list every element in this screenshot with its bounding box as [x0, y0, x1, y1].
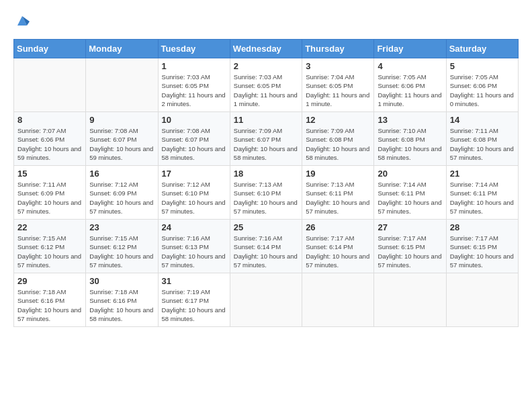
- calendar-cell: 24Sunrise: 7:16 AMSunset: 6:13 PMDayligh…: [158, 220, 230, 273]
- calendar-cell: 23Sunrise: 7:15 AMSunset: 6:12 PMDayligh…: [86, 220, 158, 273]
- day-number: 15: [17, 169, 82, 179]
- header-cell-tuesday: Tuesday: [158, 40, 230, 58]
- calendar-cell: 26Sunrise: 7:17 AMSunset: 6:14 PMDayligh…: [302, 220, 374, 273]
- day-number: 20: [378, 169, 442, 179]
- day-number: 2: [234, 61, 298, 71]
- calendar-cell: 12Sunrise: 7:09 AMSunset: 6:08 PMDayligh…: [302, 112, 374, 166]
- header-cell-thursday: Thursday: [302, 40, 374, 58]
- day-info: Sunrise: 7:14 AMSunset: 6:11 PMDaylight:…: [450, 180, 515, 216]
- day-number: 28: [450, 222, 515, 232]
- day-number: 17: [162, 169, 226, 179]
- calendar-cell: 28Sunrise: 7:17 AMSunset: 6:15 PMDayligh…: [446, 220, 518, 273]
- day-number: 11: [234, 115, 298, 125]
- day-info: Sunrise: 7:17 AMSunset: 6:15 PMDaylight:…: [450, 234, 515, 269]
- day-info: Sunrise: 7:09 AMSunset: 6:08 PMDaylight:…: [306, 126, 370, 162]
- day-info: Sunrise: 7:17 AMSunset: 6:15 PMDaylight:…: [378, 234, 442, 269]
- day-number: 27: [378, 222, 442, 232]
- day-number: 23: [89, 222, 154, 232]
- header-cell-friday: Friday: [374, 40, 446, 58]
- day-number: 13: [378, 115, 442, 125]
- week-row-2: 8Sunrise: 7:07 AMSunset: 6:06 PMDaylight…: [14, 112, 519, 166]
- calendar-cell: 30Sunrise: 7:18 AMSunset: 6:16 PMDayligh…: [86, 273, 158, 327]
- day-info: Sunrise: 7:15 AMSunset: 6:12 PMDaylight:…: [17, 234, 82, 269]
- day-info: Sunrise: 7:09 AMSunset: 6:07 PMDaylight:…: [234, 126, 298, 162]
- day-info: Sunrise: 7:12 AMSunset: 6:09 PMDaylight:…: [89, 180, 154, 216]
- header-cell-wednesday: Wednesday: [230, 40, 302, 58]
- day-info: Sunrise: 7:12 AMSunset: 6:10 PMDaylight:…: [162, 180, 226, 216]
- day-info: Sunrise: 7:03 AMSunset: 6:05 PMDaylight:…: [234, 73, 298, 108]
- day-number: 12: [306, 115, 370, 125]
- calendar-cell: 20Sunrise: 7:14 AMSunset: 6:11 PMDayligh…: [374, 166, 446, 220]
- calendar-cell: 31Sunrise: 7:19 AMSunset: 6:17 PMDayligh…: [158, 273, 230, 327]
- day-info: Sunrise: 7:16 AMSunset: 6:13 PMDaylight:…: [162, 234, 226, 269]
- calendar-cell: [374, 273, 446, 327]
- day-number: 14: [450, 115, 515, 125]
- day-info: Sunrise: 7:15 AMSunset: 6:12 PMDaylight:…: [89, 234, 154, 269]
- calendar-cell: [14, 58, 86, 112]
- day-info: Sunrise: 7:08 AMSunset: 6:07 PMDaylight:…: [89, 126, 154, 162]
- day-number: 9: [89, 115, 154, 125]
- day-info: Sunrise: 7:13 AMSunset: 6:11 PMDaylight:…: [306, 180, 370, 216]
- calendar-cell: 25Sunrise: 7:16 AMSunset: 6:14 PMDayligh…: [230, 220, 302, 273]
- calendar-cell: [446, 273, 518, 327]
- day-info: Sunrise: 7:18 AMSunset: 6:16 PMDaylight:…: [17, 287, 82, 323]
- day-number: 16: [89, 169, 154, 179]
- day-number: 4: [378, 61, 442, 71]
- day-number: 26: [306, 222, 370, 232]
- day-info: Sunrise: 7:05 AMSunset: 6:06 PMDaylight:…: [378, 73, 442, 108]
- header-cell-monday: Monday: [86, 40, 158, 58]
- day-number: 18: [234, 169, 298, 179]
- day-info: Sunrise: 7:18 AMSunset: 6:16 PMDaylight:…: [89, 287, 154, 323]
- calendar-cell: 19Sunrise: 7:13 AMSunset: 6:11 PMDayligh…: [302, 166, 374, 220]
- day-number: 10: [162, 115, 226, 125]
- day-number: 25: [234, 222, 298, 232]
- day-info: Sunrise: 7:16 AMSunset: 6:14 PMDaylight:…: [234, 234, 298, 269]
- day-number: 3: [306, 61, 370, 71]
- calendar-cell: 11Sunrise: 7:09 AMSunset: 6:07 PMDayligh…: [230, 112, 302, 166]
- day-info: Sunrise: 7:17 AMSunset: 6:14 PMDaylight:…: [306, 234, 370, 269]
- calendar-cell: 14Sunrise: 7:11 AMSunset: 6:08 PMDayligh…: [446, 112, 518, 166]
- calendar-cell: 8Sunrise: 7:07 AMSunset: 6:06 PMDaylight…: [14, 112, 86, 166]
- header-cell-saturday: Saturday: [446, 40, 518, 58]
- day-number: 1: [162, 61, 226, 71]
- day-number: 31: [162, 276, 226, 286]
- day-number: 22: [17, 222, 82, 232]
- day-info: Sunrise: 7:03 AMSunset: 6:05 PMDaylight:…: [162, 73, 226, 108]
- day-info: Sunrise: 7:04 AMSunset: 6:05 PMDaylight:…: [306, 73, 370, 108]
- calendar-table: SundayMondayTuesdayWednesdayThursdayFrid…: [13, 39, 519, 327]
- week-row-1: 1Sunrise: 7:03 AMSunset: 6:05 PMDaylight…: [14, 58, 519, 112]
- day-info: Sunrise: 7:13 AMSunset: 6:10 PMDaylight:…: [234, 180, 298, 216]
- calendar-cell: 17Sunrise: 7:12 AMSunset: 6:10 PMDayligh…: [158, 166, 230, 220]
- calendar-cell: 21Sunrise: 7:14 AMSunset: 6:11 PMDayligh…: [446, 166, 518, 220]
- calendar-cell: 10Sunrise: 7:08 AMSunset: 6:07 PMDayligh…: [158, 112, 230, 166]
- calendar-cell: 4Sunrise: 7:05 AMSunset: 6:06 PMDaylight…: [374, 58, 446, 112]
- week-row-4: 22Sunrise: 7:15 AMSunset: 6:12 PMDayligh…: [14, 220, 519, 273]
- logo-icon: [15, 13, 30, 28]
- calendar-cell: 3Sunrise: 7:04 AMSunset: 6:05 PMDaylight…: [302, 58, 374, 112]
- calendar-cell: 27Sunrise: 7:17 AMSunset: 6:15 PMDayligh…: [374, 220, 446, 273]
- calendar-cell: [302, 273, 374, 327]
- calendar-cell: 5Sunrise: 7:05 AMSunset: 6:06 PMDaylight…: [446, 58, 518, 112]
- week-row-5: 29Sunrise: 7:18 AMSunset: 6:16 PMDayligh…: [14, 273, 519, 327]
- day-number: 21: [450, 169, 515, 179]
- calendar-cell: 2Sunrise: 7:03 AMSunset: 6:05 PMDaylight…: [230, 58, 302, 112]
- day-number: 19: [306, 169, 370, 179]
- day-info: Sunrise: 7:11 AMSunset: 6:08 PMDaylight:…: [450, 126, 515, 162]
- day-info: Sunrise: 7:11 AMSunset: 6:09 PMDaylight:…: [17, 180, 82, 216]
- day-number: 24: [162, 222, 226, 232]
- day-number: 8: [17, 115, 82, 125]
- calendar-cell: 1Sunrise: 7:03 AMSunset: 6:05 PMDaylight…: [158, 58, 230, 112]
- calendar-cell: 16Sunrise: 7:12 AMSunset: 6:09 PMDayligh…: [86, 166, 158, 220]
- week-row-3: 15Sunrise: 7:11 AMSunset: 6:09 PMDayligh…: [14, 166, 519, 220]
- day-info: Sunrise: 7:08 AMSunset: 6:07 PMDaylight:…: [162, 126, 226, 162]
- day-info: Sunrise: 7:10 AMSunset: 6:08 PMDaylight:…: [378, 126, 442, 162]
- day-info: Sunrise: 7:07 AMSunset: 6:06 PMDaylight:…: [17, 126, 82, 162]
- calendar-cell: [86, 58, 158, 112]
- day-info: Sunrise: 7:14 AMSunset: 6:11 PMDaylight:…: [378, 180, 442, 216]
- day-number: 29: [17, 276, 82, 286]
- calendar-cell: 18Sunrise: 7:13 AMSunset: 6:10 PMDayligh…: [230, 166, 302, 220]
- calendar-cell: [230, 273, 302, 327]
- calendar-cell: 29Sunrise: 7:18 AMSunset: 6:16 PMDayligh…: [14, 273, 86, 327]
- day-info: Sunrise: 7:19 AMSunset: 6:17 PMDaylight:…: [162, 287, 226, 323]
- day-info: Sunrise: 7:05 AMSunset: 6:06 PMDaylight:…: [450, 73, 515, 108]
